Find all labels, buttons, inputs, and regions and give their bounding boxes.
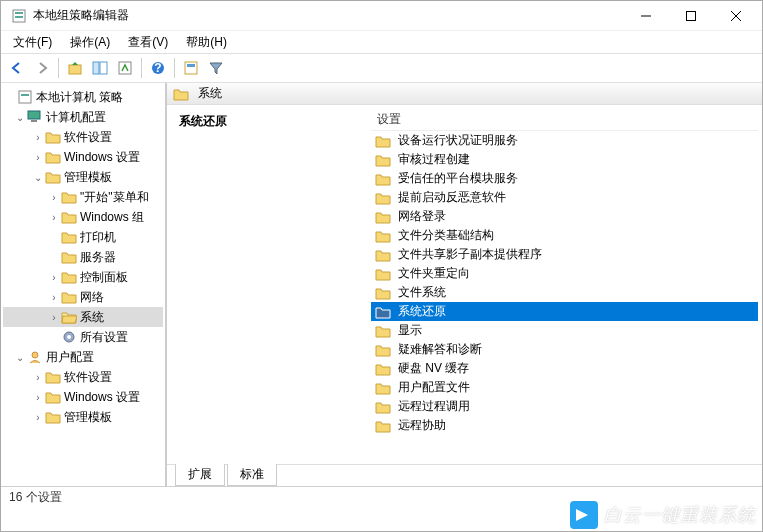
window-title: 本地组策略编辑器 bbox=[33, 7, 623, 24]
expand-toggle[interactable]: › bbox=[47, 192, 61, 203]
list-item-label: 审核过程创建 bbox=[398, 151, 470, 168]
svg-point-21 bbox=[32, 352, 38, 358]
window-controls bbox=[623, 2, 758, 30]
collapse-toggle[interactable]: ⌄ bbox=[13, 352, 27, 363]
up-button[interactable] bbox=[63, 56, 87, 80]
list-item[interactable]: 远程过程调用 bbox=[371, 397, 758, 416]
menu-file[interactable]: 文件(F) bbox=[5, 32, 60, 53]
list-item[interactable]: 疑难解答和诊断 bbox=[371, 340, 758, 359]
list-item-label: 文件共享影子副本提供程序 bbox=[398, 246, 542, 263]
list-pane: 系统 系统还原 设置 设备运行状况证明服务审核过程创建受信任的平台模块服务提前启… bbox=[166, 83, 762, 486]
list-item[interactable]: 显示 bbox=[371, 321, 758, 340]
list-item[interactable]: 受信任的平台模块服务 bbox=[371, 169, 758, 188]
status-bar: 16 个设置 bbox=[1, 486, 762, 508]
svg-rect-4 bbox=[686, 11, 695, 20]
maximize-button[interactable] bbox=[668, 2, 713, 30]
menu-view[interactable]: 查看(V) bbox=[120, 32, 176, 53]
user-icon bbox=[27, 349, 43, 365]
list-item[interactable]: 用户配置文件 bbox=[371, 378, 758, 397]
list-item-label: 硬盘 NV 缓存 bbox=[398, 360, 469, 377]
close-button[interactable] bbox=[713, 2, 758, 30]
tree-all-settings[interactable]: 所有设置 bbox=[3, 327, 163, 347]
tree-windows-components[interactable]: › Windows 组 bbox=[3, 207, 163, 227]
tree-admin-templates[interactable]: ⌄ 管理模板 bbox=[3, 167, 163, 187]
collapse-toggle[interactable]: ⌄ bbox=[13, 112, 27, 123]
tabs: 扩展 标准 bbox=[167, 464, 762, 486]
menu-help[interactable]: 帮助(H) bbox=[178, 32, 235, 53]
tree-network[interactable]: › 网络 bbox=[3, 287, 163, 307]
tree-user-config[interactable]: ⌄ 用户配置 bbox=[3, 347, 163, 367]
tree-root[interactable]: 本地计算机 策略 bbox=[3, 87, 163, 107]
list-item[interactable]: 文件夹重定向 bbox=[371, 264, 758, 283]
tab-standard[interactable]: 标准 bbox=[227, 464, 277, 486]
tree-system[interactable]: › 系统 bbox=[3, 307, 163, 327]
tree-windows-settings[interactable]: › Windows 设置 bbox=[3, 147, 163, 167]
settings-list[interactable]: 设置 设备运行状况证明服务审核过程创建受信任的平台模块服务提前启动反恶意软件网络… bbox=[371, 109, 758, 460]
export-button[interactable] bbox=[179, 56, 203, 80]
list-item[interactable]: 远程协助 bbox=[371, 416, 758, 435]
toolbar-separator bbox=[141, 58, 142, 78]
app-icon bbox=[11, 8, 27, 24]
tree-u-windows-settings[interactable]: › Windows 设置 bbox=[3, 387, 163, 407]
list-item[interactable]: 提前启动反恶意软件 bbox=[371, 188, 758, 207]
list-item[interactable]: 文件分类基础结构 bbox=[371, 226, 758, 245]
expand-toggle[interactable]: › bbox=[47, 272, 61, 283]
tree-server[interactable]: 服务器 bbox=[3, 247, 163, 267]
filter-button[interactable] bbox=[204, 56, 228, 80]
expand-toggle[interactable]: › bbox=[31, 412, 45, 423]
svg-rect-14 bbox=[187, 64, 195, 67]
properties-button[interactable] bbox=[113, 56, 137, 80]
folder-open-icon bbox=[61, 309, 77, 325]
tree-computer-config[interactable]: ⌄ 计算机配置 bbox=[3, 107, 163, 127]
expand-toggle[interactable]: › bbox=[31, 372, 45, 383]
computer-icon bbox=[27, 109, 43, 125]
back-button[interactable] bbox=[5, 56, 29, 80]
list-item-label: 文件分类基础结构 bbox=[398, 227, 494, 244]
minimize-button[interactable] bbox=[623, 2, 668, 30]
list-item[interactable]: 系统还原 bbox=[371, 302, 758, 321]
forward-button[interactable] bbox=[30, 56, 54, 80]
list-item[interactable]: 审核过程创建 bbox=[371, 150, 758, 169]
expand-toggle[interactable]: › bbox=[31, 392, 45, 403]
collapse-toggle[interactable]: ⌄ bbox=[31, 172, 45, 183]
svg-text:?: ? bbox=[154, 61, 161, 75]
svg-rect-8 bbox=[93, 62, 99, 74]
tab-extended[interactable]: 扩展 bbox=[175, 464, 225, 486]
tree-software-settings[interactable]: › 软件设置 bbox=[3, 127, 163, 147]
tree-start-menu[interactable]: › "开始"菜单和 bbox=[3, 187, 163, 207]
tree-control-panel[interactable]: › 控制面板 bbox=[3, 267, 163, 287]
svg-rect-9 bbox=[100, 62, 107, 74]
show-hide-tree-button[interactable] bbox=[88, 56, 112, 80]
help-button[interactable]: ? bbox=[146, 56, 170, 80]
tree-u-software-settings[interactable]: › 软件设置 bbox=[3, 367, 163, 387]
folder-icon bbox=[45, 369, 61, 385]
list-item-label: 提前启动反恶意软件 bbox=[398, 189, 506, 206]
list-item[interactable]: 硬盘 NV 缓存 bbox=[371, 359, 758, 378]
toolbar: ? bbox=[1, 53, 762, 83]
list-item[interactable]: 网络登录 bbox=[371, 207, 758, 226]
list-item-label: 文件夹重定向 bbox=[398, 265, 470, 282]
menu-action[interactable]: 操作(A) bbox=[62, 32, 118, 53]
expand-toggle[interactable]: › bbox=[47, 292, 61, 303]
expand-toggle[interactable]: › bbox=[31, 152, 45, 163]
folder-icon bbox=[61, 209, 77, 225]
svg-rect-16 bbox=[21, 94, 29, 96]
expand-toggle[interactable]: › bbox=[47, 312, 61, 323]
folder-icon bbox=[61, 249, 77, 265]
list-item[interactable]: 文件系统 bbox=[371, 283, 758, 302]
folder-icon bbox=[45, 409, 61, 425]
folder-icon bbox=[375, 247, 391, 263]
svg-rect-18 bbox=[31, 120, 37, 122]
list-item-label: 远程协助 bbox=[398, 417, 446, 434]
column-header-settings[interactable]: 设置 bbox=[371, 109, 758, 131]
expand-toggle[interactable]: › bbox=[31, 132, 45, 143]
expand-toggle[interactable]: › bbox=[47, 212, 61, 223]
list-item[interactable]: 文件共享影子副本提供程序 bbox=[371, 245, 758, 264]
folder-icon bbox=[61, 229, 77, 245]
tree-u-admin-templates[interactable]: › 管理模板 bbox=[3, 407, 163, 427]
tree-pane[interactable]: 本地计算机 策略 ⌄ 计算机配置 › 软件设置 › Windows 设置 ⌄ 管… bbox=[1, 83, 166, 486]
tree-printers[interactable]: 打印机 bbox=[3, 227, 163, 247]
list-item-label: 设备运行状况证明服务 bbox=[398, 132, 518, 149]
list-item[interactable]: 设备运行状况证明服务 bbox=[371, 131, 758, 150]
list-item-label: 受信任的平台模块服务 bbox=[398, 170, 518, 187]
